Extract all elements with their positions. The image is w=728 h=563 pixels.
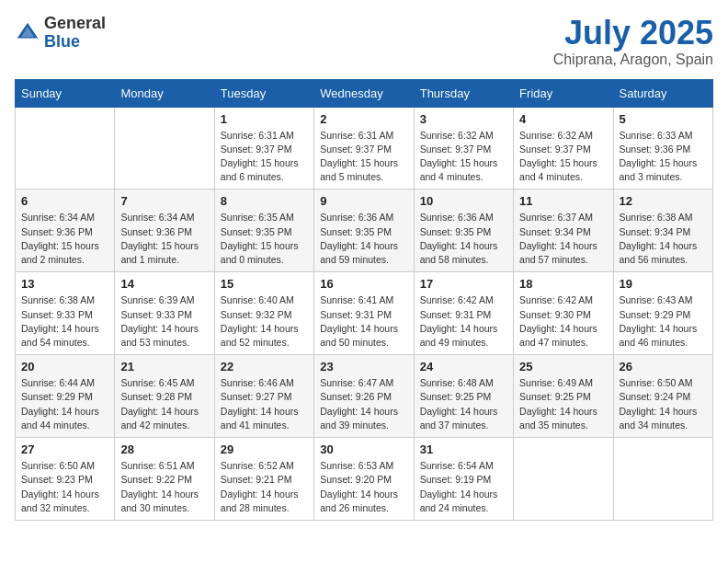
- calendar-cell: [514, 438, 613, 521]
- calendar-cell: 2Sunrise: 6:31 AM Sunset: 9:37 PM Daylig…: [314, 107, 414, 190]
- calendar-cell: 29Sunrise: 6:52 AM Sunset: 9:21 PM Dayli…: [214, 438, 313, 521]
- calendar-cell: 20Sunrise: 6:44 AM Sunset: 9:29 PM Dayli…: [16, 355, 115, 438]
- weekday-sunday: Sunday: [16, 79, 115, 107]
- day-info: Sunrise: 6:53 AM Sunset: 9:20 PM Dayligh…: [320, 459, 407, 515]
- day-number: 1: [221, 112, 308, 126]
- day-info: Sunrise: 6:31 AM Sunset: 9:37 PM Dayligh…: [320, 129, 407, 185]
- day-number: 24: [420, 360, 507, 373]
- day-number: 27: [21, 442, 108, 456]
- day-info: Sunrise: 6:44 AM Sunset: 9:29 PM Dayligh…: [21, 376, 108, 432]
- day-info: Sunrise: 6:38 AM Sunset: 9:33 PM Dayligh…: [21, 293, 108, 350]
- week-row-1: 1Sunrise: 6:31 AM Sunset: 9:37 PM Daylig…: [16, 107, 713, 190]
- day-info: Sunrise: 6:32 AM Sunset: 9:37 PM Dayligh…: [519, 129, 607, 185]
- calendar-cell: 9Sunrise: 6:36 AM Sunset: 9:35 PM Daylig…: [314, 190, 414, 272]
- day-number: 12: [620, 194, 707, 208]
- weekday-header-row: SundayMondayTuesdayWednesdayThursdayFrid…: [16, 79, 713, 107]
- weekday-saturday: Saturday: [613, 79, 712, 107]
- day-number: 29: [221, 442, 308, 456]
- day-number: 3: [420, 112, 507, 126]
- calendar-cell: 25Sunrise: 6:49 AM Sunset: 9:25 PM Dayli…: [514, 355, 613, 438]
- week-row-4: 20Sunrise: 6:44 AM Sunset: 9:29 PM Dayli…: [16, 355, 713, 438]
- logo-blue-text: Blue: [44, 32, 80, 51]
- day-info: Sunrise: 6:47 AM Sunset: 9:26 PM Dayligh…: [320, 376, 407, 432]
- calendar-cell: 23Sunrise: 6:47 AM Sunset: 9:26 PM Dayli…: [314, 355, 414, 438]
- calendar-cell: 8Sunrise: 6:35 AM Sunset: 9:35 PM Daylig…: [214, 190, 313, 272]
- day-info: Sunrise: 6:51 AM Sunset: 9:22 PM Dayligh…: [120, 459, 208, 515]
- day-number: 11: [519, 194, 607, 208]
- calendar-cell: 6Sunrise: 6:34 AM Sunset: 9:36 PM Daylig…: [16, 190, 115, 272]
- calendar-cell: 12Sunrise: 6:38 AM Sunset: 9:34 PM Dayli…: [613, 190, 712, 272]
- day-info: Sunrise: 6:42 AM Sunset: 9:31 PM Dayligh…: [420, 293, 507, 350]
- day-number: 8: [221, 194, 308, 208]
- day-number: 10: [420, 194, 507, 208]
- calendar-cell: 14Sunrise: 6:39 AM Sunset: 9:33 PM Dayli…: [115, 272, 214, 355]
- weekday-monday: Monday: [115, 79, 214, 107]
- calendar-cell: 28Sunrise: 6:51 AM Sunset: 9:22 PM Dayli…: [115, 438, 214, 521]
- week-row-2: 6Sunrise: 6:34 AM Sunset: 9:36 PM Daylig…: [16, 190, 713, 272]
- calendar-cell: 30Sunrise: 6:53 AM Sunset: 9:20 PM Dayli…: [314, 438, 414, 521]
- title-block: July 2025 Chiprana, Aragon, Spain: [553, 15, 713, 68]
- day-info: Sunrise: 6:39 AM Sunset: 9:33 PM Dayligh…: [120, 293, 208, 350]
- calendar-cell: 27Sunrise: 6:50 AM Sunset: 9:23 PM Dayli…: [16, 438, 115, 521]
- calendar-cell: 7Sunrise: 6:34 AM Sunset: 9:36 PM Daylig…: [115, 190, 214, 272]
- weekday-wednesday: Wednesday: [314, 79, 414, 107]
- calendar-cell: 22Sunrise: 6:46 AM Sunset: 9:27 PM Dayli…: [214, 355, 313, 438]
- day-info: Sunrise: 6:49 AM Sunset: 9:25 PM Dayligh…: [519, 376, 607, 432]
- calendar-cell: 19Sunrise: 6:43 AM Sunset: 9:29 PM Dayli…: [613, 272, 712, 355]
- day-number: 19: [620, 277, 707, 291]
- day-info: Sunrise: 6:40 AM Sunset: 9:32 PM Dayligh…: [221, 293, 308, 350]
- day-info: Sunrise: 6:42 AM Sunset: 9:30 PM Dayligh…: [519, 293, 607, 350]
- day-info: Sunrise: 6:36 AM Sunset: 9:35 PM Dayligh…: [420, 211, 507, 267]
- day-number: 2: [320, 112, 407, 126]
- day-info: Sunrise: 6:31 AM Sunset: 9:37 PM Dayligh…: [221, 129, 308, 185]
- day-number: 9: [320, 194, 407, 208]
- day-number: 16: [320, 277, 407, 291]
- week-row-3: 13Sunrise: 6:38 AM Sunset: 9:33 PM Dayli…: [16, 272, 713, 355]
- day-info: Sunrise: 6:36 AM Sunset: 9:35 PM Dayligh…: [320, 211, 407, 267]
- day-number: 28: [120, 442, 208, 456]
- calendar-body: 1Sunrise: 6:31 AM Sunset: 9:37 PM Daylig…: [16, 107, 713, 520]
- calendar-cell: 17Sunrise: 6:42 AM Sunset: 9:31 PM Dayli…: [414, 272, 513, 355]
- calendar-cell: 21Sunrise: 6:45 AM Sunset: 9:28 PM Dayli…: [115, 355, 214, 438]
- calendar-cell: [613, 438, 712, 521]
- day-number: 14: [120, 277, 208, 291]
- day-number: 15: [221, 277, 308, 291]
- day-number: 13: [21, 277, 108, 291]
- day-number: 20: [21, 360, 108, 373]
- calendar-cell: 4Sunrise: 6:32 AM Sunset: 9:37 PM Daylig…: [514, 107, 613, 190]
- calendar-cell: 11Sunrise: 6:37 AM Sunset: 9:34 PM Dayli…: [514, 190, 613, 272]
- day-number: 18: [519, 277, 607, 291]
- day-info: Sunrise: 6:48 AM Sunset: 9:25 PM Dayligh…: [420, 376, 507, 432]
- day-info: Sunrise: 6:38 AM Sunset: 9:34 PM Dayligh…: [620, 211, 707, 267]
- logo-icon: [15, 20, 40, 46]
- logo-general-text: General: [44, 14, 106, 32]
- day-info: Sunrise: 6:50 AM Sunset: 9:23 PM Dayligh…: [21, 459, 108, 515]
- day-number: 23: [320, 360, 407, 373]
- day-info: Sunrise: 6:34 AM Sunset: 9:36 PM Dayligh…: [120, 211, 208, 267]
- day-info: Sunrise: 6:52 AM Sunset: 9:21 PM Dayligh…: [221, 459, 308, 515]
- day-info: Sunrise: 6:35 AM Sunset: 9:35 PM Dayligh…: [221, 211, 308, 267]
- day-info: Sunrise: 6:46 AM Sunset: 9:27 PM Dayligh…: [221, 376, 308, 432]
- day-number: 30: [320, 442, 407, 456]
- calendar-cell: 15Sunrise: 6:40 AM Sunset: 9:32 PM Dayli…: [214, 272, 313, 355]
- calendar-cell: 18Sunrise: 6:42 AM Sunset: 9:30 PM Dayli…: [514, 272, 613, 355]
- page-header: General Blue July 2025 Chiprana, Aragon,…: [15, 15, 713, 68]
- day-number: 6: [21, 194, 108, 208]
- calendar-table: SundayMondayTuesdayWednesdayThursdayFrid…: [15, 79, 713, 521]
- day-info: Sunrise: 6:34 AM Sunset: 9:36 PM Dayligh…: [21, 211, 108, 267]
- day-info: Sunrise: 6:50 AM Sunset: 9:24 PM Dayligh…: [620, 376, 707, 432]
- day-number: 5: [620, 112, 707, 126]
- location-title: Chiprana, Aragon, Spain: [553, 52, 713, 68]
- weekday-tuesday: Tuesday: [214, 79, 313, 107]
- day-number: 7: [120, 194, 208, 208]
- day-info: Sunrise: 6:54 AM Sunset: 9:19 PM Dayligh…: [420, 459, 507, 515]
- calendar-cell: 16Sunrise: 6:41 AM Sunset: 9:31 PM Dayli…: [314, 272, 414, 355]
- calendar-cell: 5Sunrise: 6:33 AM Sunset: 9:36 PM Daylig…: [613, 107, 712, 190]
- logo: General Blue: [15, 15, 106, 52]
- calendar-cell: 31Sunrise: 6:54 AM Sunset: 9:19 PM Dayli…: [414, 438, 513, 521]
- calendar-cell: 26Sunrise: 6:50 AM Sunset: 9:24 PM Dayli…: [613, 355, 712, 438]
- calendar-cell: [16, 107, 115, 190]
- calendar-cell: 1Sunrise: 6:31 AM Sunset: 9:37 PM Daylig…: [214, 107, 313, 190]
- day-info: Sunrise: 6:43 AM Sunset: 9:29 PM Dayligh…: [620, 293, 707, 350]
- week-row-5: 27Sunrise: 6:50 AM Sunset: 9:23 PM Dayli…: [16, 438, 713, 521]
